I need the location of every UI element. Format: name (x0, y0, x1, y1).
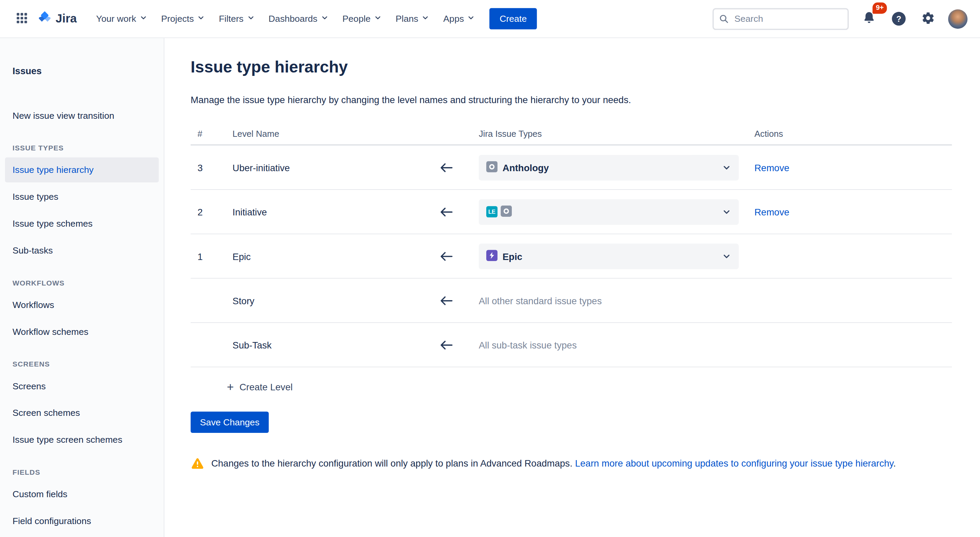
nav-dashboards[interactable]: Dashboards (263, 9, 334, 29)
sidebar-item-screens[interactable]: Screens (5, 373, 159, 399)
arrow-left-icon (413, 162, 479, 173)
jira-settings-page: Jira Your work Projects Filters Dashboar… (0, 0, 980, 537)
column-header-number: # (191, 129, 226, 138)
jira-logo-text: Jira (56, 12, 76, 25)
sidebar-section-issue-types: ISSUE TYPES Issue type hierarchy Issue t… (0, 144, 164, 263)
jira-logo[interactable]: Jira (37, 10, 76, 27)
warning-text: Changes to the hierarchy configuration w… (211, 458, 575, 468)
generic-issue-type-icon (501, 205, 512, 218)
notification-count-badge: 9+ (873, 2, 887, 14)
sidebar-section-fields: FIELDS Custom fields Field configuration… (0, 469, 164, 534)
nav-filters[interactable]: Filters (213, 9, 261, 29)
nav-plans[interactable]: Plans (390, 9, 435, 29)
user-avatar[interactable] (948, 9, 967, 29)
nav-your-work[interactable]: Your work (91, 9, 153, 29)
sidebar-item-custom-fields[interactable]: Custom fields (5, 481, 159, 506)
table-row: Story All other standard issue types (191, 279, 952, 323)
level-name: Story (226, 295, 414, 306)
issue-types-dropdown[interactable]: LE (479, 199, 739, 225)
level-number: 2 (191, 207, 226, 217)
sidebar-item-screen-schemes[interactable]: Screen schemes (5, 400, 159, 426)
nav-projects[interactable]: Projects (156, 9, 211, 29)
le-issue-type-badge: LE (486, 206, 498, 218)
section-heading: FIELDS (13, 469, 151, 476)
warning-learn-more-link[interactable]: Learn more about upcoming updates to con… (575, 458, 894, 468)
warning-message: Changes to the hierarchy configuration w… (191, 457, 965, 474)
section-heading: SCREENS (13, 361, 151, 368)
search-input[interactable] (712, 8, 849, 30)
remove-level-button[interactable]: Remove (754, 207, 789, 217)
sidebar-item-issue-type-screen-schemes[interactable]: Issue type screen schemes (5, 427, 159, 452)
level-name: Sub-Task (226, 340, 414, 350)
table-row: Sub-Task All sub-task issue types (191, 323, 952, 367)
level-name: Uber-initiative (226, 162, 414, 173)
main-navigation: Your work Projects Filters Dashboards Pe… (91, 9, 481, 29)
table-row: 2 Initiative LE (191, 190, 952, 234)
chevron-down-icon (422, 14, 430, 24)
sidebar-section-screens: SCREENS Screens Screen schemes Issue typ… (0, 361, 164, 452)
issue-types-placeholder: All sub-task issue types (479, 340, 577, 350)
column-header-level-name: Level Name (226, 129, 414, 138)
issue-types-dropdown[interactable]: Anthology (479, 154, 739, 180)
chevron-down-icon (722, 163, 732, 172)
table-row: 1 Epic Epic (191, 234, 952, 278)
sidebar-item-new-issue-view-transition[interactable]: New issue view transition (5, 103, 159, 128)
sidebar-section-workflows: WORKFLOWS Workflows Workflow schemes (0, 279, 164, 344)
issue-types-placeholder: All other standard issue types (479, 295, 602, 306)
sidebar-item-issue-type-hierarchy[interactable]: Issue type hierarchy (5, 157, 159, 183)
chevron-down-icon (320, 14, 329, 24)
table-row: 3 Uber-initiative Anthology (191, 146, 952, 190)
nav-people[interactable]: People (337, 9, 388, 29)
level-name: Epic (226, 251, 414, 261)
main-content: Issue type hierarchy Manage the issue ty… (164, 38, 980, 537)
help-button[interactable]: ? (889, 10, 908, 28)
chevron-down-icon (374, 14, 382, 24)
dropdown-value: Anthology (503, 162, 549, 173)
level-number: 3 (191, 162, 226, 173)
gear-icon (921, 11, 935, 27)
nav-apps[interactable]: Apps (438, 9, 481, 29)
sidebar-item-issue-type-schemes[interactable]: Issue type schemes (5, 211, 159, 236)
warning-suffix: . (893, 458, 896, 468)
sidebar-title: Issues (13, 66, 151, 76)
page-description: Manage the issue type hierarchy by chang… (191, 93, 965, 106)
level-number: 1 (191, 251, 226, 261)
chevron-down-icon (247, 14, 255, 24)
save-changes-button[interactable]: Save Changes (191, 412, 269, 433)
chevron-down-icon (722, 207, 732, 216)
section-heading: WORKFLOWS (13, 279, 151, 286)
arrow-left-icon (413, 251, 479, 261)
table-header-row: # Level Name Jira Issue Types Actions (191, 123, 952, 146)
settings-button[interactable] (919, 8, 937, 29)
grid-icon (15, 11, 29, 27)
chevron-down-icon (467, 14, 476, 24)
arrow-left-icon (413, 207, 479, 217)
sidebar-item-issue-types[interactable]: Issue types (5, 184, 159, 209)
chevron-down-icon (139, 14, 148, 24)
settings-sidebar: Issues New issue view transition ISSUE T… (0, 38, 164, 537)
epic-issue-type-icon (486, 249, 498, 263)
arrow-left-icon (413, 340, 479, 350)
create-level-button[interactable]: + Create Level (227, 381, 293, 393)
remove-level-button[interactable]: Remove (754, 162, 789, 173)
sidebar-item-field-configurations[interactable]: Field configurations (5, 508, 159, 533)
column-header-actions: Actions (754, 129, 952, 138)
page-title: Issue type hierarchy (191, 57, 965, 77)
sidebar-item-workflows[interactable]: Workflows (5, 292, 159, 317)
app-switcher-button[interactable] (13, 8, 31, 29)
dropdown-value: Epic (503, 251, 522, 261)
sidebar-item-workflow-schemes[interactable]: Workflow schemes (5, 319, 159, 344)
sidebar-item-sub-tasks[interactable]: Sub-tasks (5, 238, 159, 263)
warning-icon (191, 457, 204, 474)
section-heading: ISSUE TYPES (13, 144, 151, 152)
top-nav-bar: Jira Your work Projects Filters Dashboar… (0, 0, 980, 38)
help-icon: ? (892, 12, 905, 25)
arrow-left-icon (413, 295, 479, 306)
chevron-down-icon (197, 14, 205, 24)
level-name: Initiative (226, 207, 414, 217)
jira-logo-icon (37, 10, 52, 27)
chevron-down-icon (722, 251, 732, 261)
create-button[interactable]: Create (490, 8, 537, 29)
issue-types-dropdown[interactable]: Epic (479, 243, 739, 269)
plus-icon: + (227, 381, 234, 393)
